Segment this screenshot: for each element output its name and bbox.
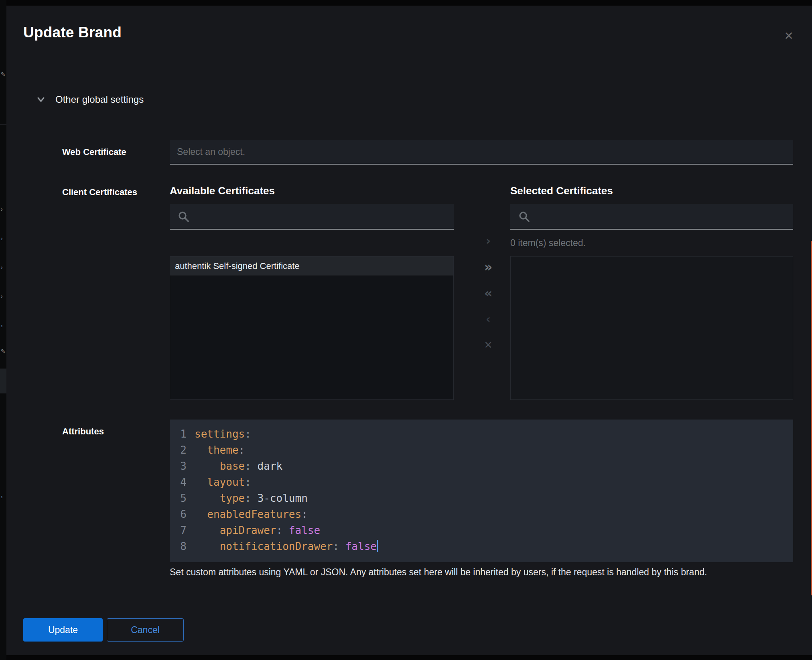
- selected-certificates-heading: Selected Certificates: [510, 185, 613, 197]
- sidebar-separator: [0, 75, 6, 75]
- modal-title: Update Brand: [23, 24, 122, 41]
- search-icon: [178, 211, 190, 223]
- code-content: enabledFeatures:: [195, 506, 308, 522]
- close-icon[interactable]: ✕: [780, 27, 798, 45]
- line-number: 8: [175, 538, 187, 554]
- chevron-icon: ›: [1, 293, 6, 300]
- clear-selected-button[interactable]: ✕: [474, 337, 503, 353]
- line-number: 3: [175, 458, 187, 474]
- line-number: 6: [175, 506, 187, 522]
- selected-certificates-list: [510, 256, 793, 400]
- search-icon: [518, 211, 530, 223]
- text-cursor: [377, 540, 378, 552]
- code-line: 2 theme:: [175, 442, 793, 458]
- edit-icon: ✎: [1, 348, 6, 355]
- code-line: 4 layout:: [175, 474, 793, 490]
- code-content: type: 3-column: [195, 490, 308, 506]
- edit-icon: ✎: [1, 71, 6, 78]
- sidebar-separator: [0, 124, 6, 125]
- chevron-icon: ›: [1, 206, 6, 213]
- available-search: [170, 204, 454, 230]
- code-line: 8 notificationDrawer: false: [175, 538, 793, 554]
- available-certificates-heading: Available Certificates: [170, 185, 275, 197]
- client-certificates-label: Client Certificates: [62, 187, 137, 198]
- code-content: notificationDrawer: false: [195, 538, 378, 554]
- move-selected-left-button[interactable]: ‹: [474, 311, 503, 327]
- chevron-down-icon: [36, 95, 46, 104]
- move-all-left-button[interactable]: «: [474, 285, 503, 301]
- expander-other-global-settings[interactable]: Other global settings: [36, 92, 144, 108]
- available-certificate-item[interactable]: authentik Self-signed Certificate: [170, 257, 453, 276]
- chevron-icon: ›: [1, 322, 6, 329]
- code-line: 3 base: dark: [175, 458, 793, 474]
- code-content: apiDrawer: false: [195, 522, 320, 538]
- update-brand-modal: Update Brand ✕ Other global settings Web…: [6, 6, 812, 655]
- attributes-label: Attributes: [62, 426, 104, 437]
- code-line: 1settings:: [175, 426, 793, 442]
- code-content: theme:: [195, 442, 245, 458]
- code-content: layout:: [195, 474, 251, 490]
- background-sidebar: ✎›››››✎›: [0, 0, 6, 660]
- line-number: 5: [175, 490, 187, 506]
- line-number: 2: [175, 442, 187, 458]
- web-certificate-input[interactable]: [170, 140, 793, 164]
- selected-count-status: 0 item(s) selected.: [510, 238, 586, 249]
- code-content: base: dark: [195, 458, 282, 474]
- selected-search: [510, 204, 793, 230]
- chevron-icon: ›: [1, 493, 6, 500]
- code-content: settings:: [195, 426, 251, 442]
- code-line: 6 enabledFeatures:: [175, 506, 793, 522]
- selected-search-input[interactable]: [510, 204, 793, 229]
- available-certificates-list: authentik Self-signed Certificate: [170, 256, 454, 400]
- available-search-input[interactable]: [170, 204, 454, 229]
- web-certificate-select: [170, 140, 793, 165]
- code-line: 5 type: 3-column: [175, 490, 793, 506]
- line-number: 7: [175, 522, 187, 538]
- attributes-help-text: Set custom attributes using YAML or JSON…: [170, 567, 784, 578]
- cancel-button[interactable]: Cancel: [107, 618, 184, 642]
- update-button[interactable]: Update: [23, 618, 103, 642]
- chevron-icon: ›: [1, 264, 6, 271]
- code-line: 7 apiDrawer: false: [175, 522, 793, 538]
- attributes-code-editor[interactable]: 1settings:2 theme:3 base: dark4 layout:5…: [170, 420, 793, 562]
- move-selected-right-button[interactable]: ›: [474, 233, 503, 249]
- web-certificate-label: Web Certificate: [62, 140, 126, 165]
- line-number: 1: [175, 426, 187, 442]
- move-all-right-button[interactable]: »: [474, 259, 503, 275]
- expander-label: Other global settings: [55, 94, 144, 105]
- line-number: 4: [175, 474, 187, 490]
- chevron-icon: ›: [1, 235, 6, 242]
- background-sidebar-active-item: [0, 369, 6, 393]
